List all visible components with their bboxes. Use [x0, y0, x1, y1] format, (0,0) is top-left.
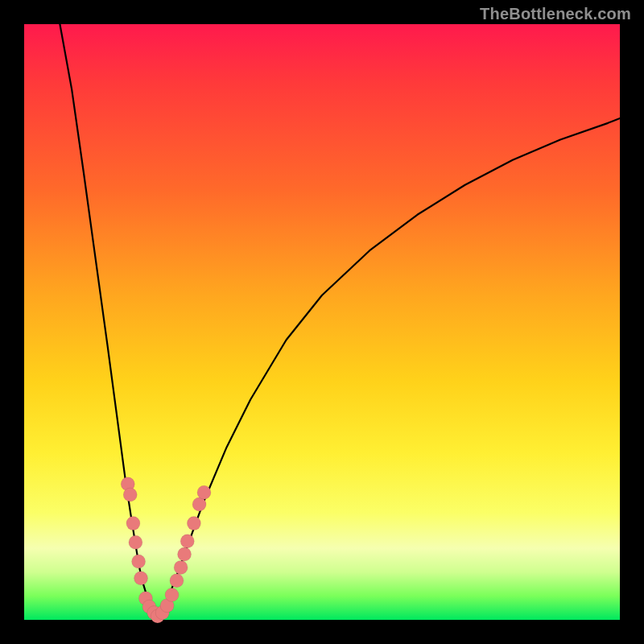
plot-svg — [24, 24, 620, 620]
scatter-dot — [187, 517, 200, 530]
watermark-text: TheBottleneck.com — [480, 5, 631, 23]
scatter-dot — [192, 497, 206, 511]
scatter-dot — [123, 488, 137, 502]
scatter-dot — [165, 588, 179, 601]
scatter-dot — [129, 535, 142, 549]
curve-right-branch — [159, 118, 621, 617]
scatter-dot — [126, 517, 140, 530]
scatter-dot — [174, 560, 188, 574]
scatter-dot — [134, 572, 148, 585]
scatter-dot — [132, 555, 146, 568]
scatter-dot — [180, 535, 194, 548]
scatter-dot — [170, 574, 184, 588]
plot-area — [24, 24, 620, 620]
curve-left-branch — [60, 24, 158, 617]
scatter-dot — [178, 547, 192, 561]
scatter-dot — [197, 485, 211, 499]
scatter-dots — [121, 477, 211, 623]
chart-frame: TheBottleneck.com — [0, 0, 644, 644]
